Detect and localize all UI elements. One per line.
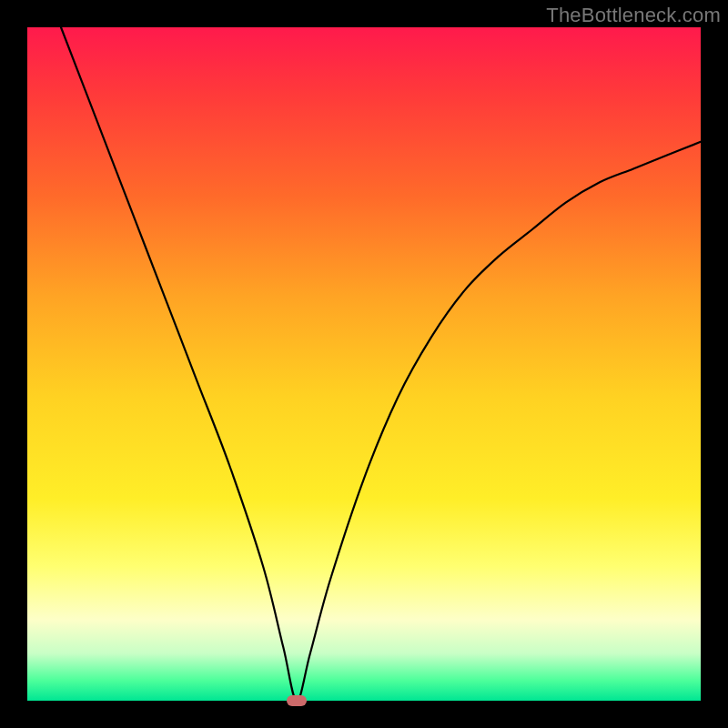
curve-svg [27, 27, 701, 701]
bottleneck-curve [61, 27, 701, 701]
chart-frame: TheBottleneck.com [0, 0, 728, 728]
minimum-marker [287, 695, 307, 706]
plot-area [27, 27, 701, 701]
watermark-text: TheBottleneck.com [546, 4, 721, 27]
